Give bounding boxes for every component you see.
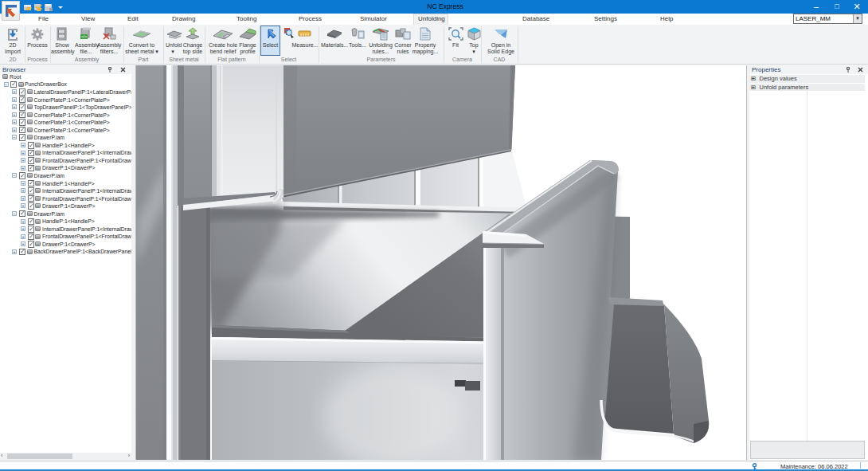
svg-text:</>: </> <box>81 34 87 39</box>
